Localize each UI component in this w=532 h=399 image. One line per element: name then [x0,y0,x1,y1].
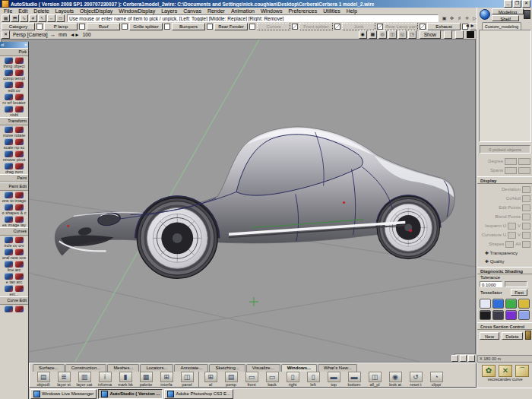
shelf-tool[interactable]: ▥ layer cat [75,372,93,387]
shading-swatch[interactable] [480,310,491,320]
palette-tool-icon[interactable] [15,273,24,280]
show-button[interactable]: Show [420,30,441,39]
menu-item[interactable]: Layers [161,8,177,14]
shelf-tool[interactable]: ▯ left [304,372,322,387]
palette-tool-icon[interactable] [15,249,24,255]
restore-button[interactable]: ❐ [513,0,521,8]
shading-swatch[interactable] [492,299,504,309]
tolerance-field[interactable]: 0.1000 [480,281,502,287]
param-field[interactable] [518,158,530,165]
viewport-zoom-arrows[interactable]: ◄► [70,32,80,37]
display-toggle[interactable] [522,214,530,220]
palette-section-header[interactable]: Transform [0,117,28,125]
layer-visibility-checkbox[interactable] [377,24,383,30]
display-toggle[interactable] [508,223,516,230]
shelf-tab[interactable]: Sketching... [209,364,245,372]
menu-item[interactable]: File [4,8,12,14]
menu-item[interactable]: Help [347,8,357,14]
expand-toggle[interactable]: ✚ Quality [477,258,532,266]
palette-tool-icon[interactable] [5,93,13,100]
layer-visibility-checkbox[interactable] [122,24,128,30]
shelf-tool[interactable]: ⊞ al [198,372,220,387]
palette-tool-icon[interactable] [5,204,13,211]
menu-item[interactable]: Layouts [55,8,74,14]
shelf-tab[interactable]: Visualize... [246,364,280,372]
shelf-minimize-button[interactable] [451,355,458,362]
palette-section-header[interactable]: Curve Edit [0,296,28,305]
promptline-icon[interactable]: ▭ [56,14,65,22]
layer-visibility-checkbox[interactable] [36,24,43,30]
palette-tool-icon[interactable] [5,249,13,255]
shelf-tab[interactable]: Construction... [65,364,107,372]
menu-item[interactable]: Canvas [183,8,201,14]
shelf-tool[interactable]: ▬ bottom [345,372,363,387]
curve-snap-icon[interactable]: ∿ [20,14,28,22]
viewport-option-box[interactable] [455,30,464,39]
expand-toggle[interactable]: ✚ Transparency [477,249,532,258]
camera-icon[interactable]: ◉ [359,30,367,39]
shelf-tool[interactable]: ▮ mark bk [116,372,135,387]
palette-tool-icon[interactable] [5,150,13,157]
grid-toggle-icon[interactable]: ▦ [369,30,377,39]
palette-tool-icon[interactable] [15,150,24,157]
layer-button[interactable]: Front splitter [299,23,333,30]
shading-swatch[interactable] [480,299,491,309]
new-cross-section-button[interactable]: New [480,332,499,340]
palette-tool-icon[interactable] [5,138,13,145]
menu-item[interactable]: Render [207,8,225,14]
shading-swatch[interactable] [492,310,504,320]
shelf-tool[interactable]: ▦ palette [137,372,155,387]
palette-tool-icon[interactable] [5,273,13,280]
palette-tool-icon[interactable] [15,163,24,169]
layer-visibility-checkbox[interactable] [292,24,298,30]
shading-swatch[interactable] [505,299,517,309]
extend-icon[interactable]: ↔ [47,14,55,22]
precision-icon[interactable]: # [29,14,37,22]
viewport-canvas[interactable] [1,39,476,363]
zoom-tool-icon[interactable]: ◎ [378,30,387,39]
palette-tool-icon[interactable] [5,106,13,112]
wrench-icon[interactable] [525,331,531,340]
layer-visibility-checkbox[interactable] [420,24,426,30]
palette-tool-icon[interactable] [15,57,24,64]
display-toggle[interactable] [505,241,514,248]
palette-tool-icon[interactable] [15,69,24,76]
param-field[interactable] [518,167,530,174]
fast-button[interactable]: Fast [511,289,527,296]
layer-button[interactable]: P lamp [44,23,78,30]
viewport-option-box[interactable] [444,30,452,39]
grid-snap-icon[interactable]: ▦ [2,14,10,22]
shelf-tab[interactable]: Locators... [140,364,173,372]
recandev-shelf-icon[interactable]: ✕ [499,365,512,377]
layer-button[interactable]: Grille splitter [129,23,163,30]
shelf-tool[interactable]: ▯ right [283,372,302,387]
palette-tool-icon[interactable] [5,69,13,76]
palette-tool-icon[interactable] [5,261,13,268]
delete-cross-section-button[interactable]: Delete [502,332,523,340]
expand-icon[interactable]: ◱ [398,30,407,39]
menu-item[interactable]: Delete [33,8,49,14]
shelf-close-button[interactable] [468,355,475,362]
viewport-close-icon[interactable]: ✕ [2,30,10,39]
palette-tool-icon[interactable] [15,261,24,268]
palette-tool-icon[interactable] [15,306,24,312]
layer-visibility-checkbox[interactable] [207,24,213,30]
param-field[interactable] [505,158,517,165]
cross-section-header[interactable]: Cross Section Control [477,322,532,330]
shelf-tool[interactable]: i informa [96,372,114,387]
taskbar-button[interactable]: Windows Live Messenger [30,389,97,399]
window-corner-handle[interactable] [467,31,474,38]
palette-tool-icon[interactable] [15,106,24,112]
menu-item[interactable]: Utilities [323,8,340,14]
palette-tool-icon[interactable] [15,236,24,243]
curve-shelf-icon[interactable]: ⌒ [515,365,529,377]
palette-section-header[interactable]: Paint Edit [0,182,28,191]
shelf-tool[interactable]: ▭ back [263,372,281,387]
palette-tool-icon[interactable] [5,236,13,243]
palette-close-icon[interactable]: ✕ [24,43,27,47]
palette-tool-icon[interactable] [15,138,24,145]
display-toggle[interactable] [508,232,516,239]
display-toggle[interactable] [522,223,530,230]
snap-point-icon[interactable]: ✛ [464,15,470,21]
minimize-button[interactable]: _ [504,0,512,8]
